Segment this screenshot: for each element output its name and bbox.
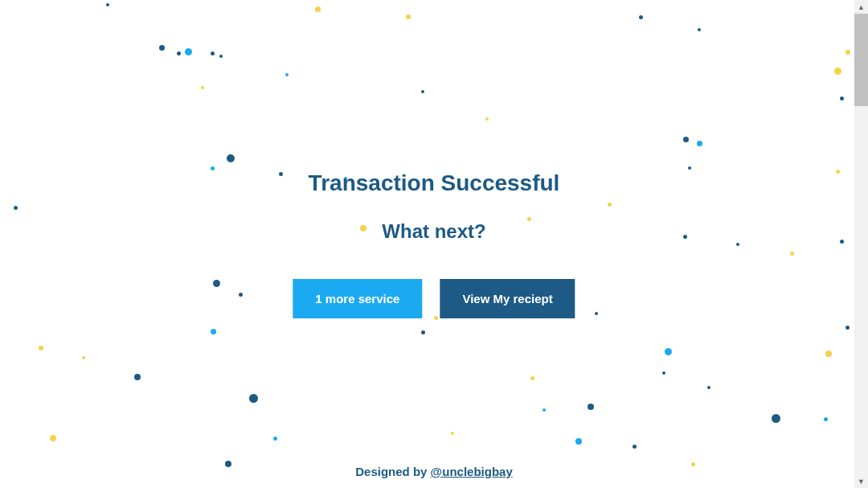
- footer-link[interactable]: @unclebigbay: [431, 465, 513, 478]
- confetti-dot: [683, 235, 687, 239]
- confetti-dot: [273, 437, 277, 441]
- confetti-dot: [588, 404, 594, 410]
- confetti-dot: [421, 90, 424, 93]
- confetti-dot: [249, 394, 258, 403]
- confetti-dot: [211, 329, 216, 334]
- confetti-dot: [106, 3, 109, 6]
- confetti-dot: [595, 312, 598, 315]
- confetti-dot: [134, 374, 141, 380]
- confetti-dot: [633, 445, 637, 449]
- confetti-dot: [213, 280, 220, 287]
- confetti-dot: [421, 330, 425, 334]
- confetti-dot: [662, 371, 665, 375]
- confetti-dot: [845, 50, 850, 55]
- confetti-dot: [406, 14, 411, 19]
- confetti-dot: [698, 28, 701, 31]
- confetti-dot: [840, 240, 844, 244]
- confetti-dot: [608, 203, 612, 207]
- confetti-dot: [834, 68, 841, 75]
- confetti-dot: [825, 351, 832, 357]
- confetti-dot: [239, 293, 243, 297]
- confetti-dot: [707, 386, 710, 389]
- confetti-dot: [159, 45, 165, 51]
- confetti-dot: [451, 432, 454, 435]
- confetti-dot: [683, 137, 689, 142]
- confetti-dot: [225, 461, 231, 467]
- confetti-dot: [530, 376, 534, 380]
- confetti-dot: [211, 166, 215, 170]
- confetti-dot: [211, 51, 215, 55]
- confetti-dot: [14, 206, 18, 210]
- scrollbar-thumb[interactable]: [854, 14, 868, 106]
- confetti-dot: [219, 55, 223, 58]
- footer: Designed by @unclebigbay: [355, 465, 513, 478]
- confetti-dot: [201, 86, 204, 89]
- confetti-dot: [736, 243, 739, 246]
- confetti-dot: [279, 172, 283, 176]
- page-subtitle: What next?: [293, 220, 575, 243]
- confetti-dot: [665, 348, 672, 355]
- scroll-up-arrow-icon[interactable]: ▲: [854, 0, 868, 14]
- scroll-down-arrow-icon[interactable]: ▼: [854, 474, 868, 488]
- confetti-dot: [691, 462, 695, 466]
- confetti-dot: [285, 73, 289, 76]
- confetti-dot: [845, 326, 850, 330]
- confetti-dot: [697, 141, 702, 146]
- confetti-dot: [772, 414, 780, 423]
- confetti-dot: [39, 346, 43, 351]
- confetti-dot: [542, 408, 546, 412]
- page-title: Transaction Successful: [293, 170, 575, 196]
- confetti-dot: [639, 15, 643, 19]
- footer-prefix: Designed by: [355, 465, 430, 478]
- confetti-dot: [50, 435, 56, 441]
- confetti-dot: [836, 170, 840, 174]
- view-receipt-button[interactable]: View My reciept: [440, 279, 575, 318]
- main-content: Transaction Successful What next? 1 more…: [293, 170, 575, 318]
- confetti-dot: [840, 96, 844, 100]
- confetti-dot: [185, 48, 192, 55]
- confetti-dot: [82, 356, 85, 359]
- button-group: 1 more service View My reciept: [293, 279, 575, 318]
- confetti-dot: [790, 252, 794, 256]
- confetti-dot: [575, 438, 582, 445]
- confetti-dot: [177, 51, 181, 55]
- more-service-button[interactable]: 1 more service: [293, 279, 422, 318]
- confetti-dot: [227, 154, 235, 162]
- scrollbar[interactable]: ▲ ▼: [854, 0, 868, 488]
- confetti-dot: [824, 417, 828, 421]
- confetti-dot: [485, 117, 489, 121]
- confetti-dot: [315, 6, 321, 12]
- confetti-dot: [688, 166, 691, 170]
